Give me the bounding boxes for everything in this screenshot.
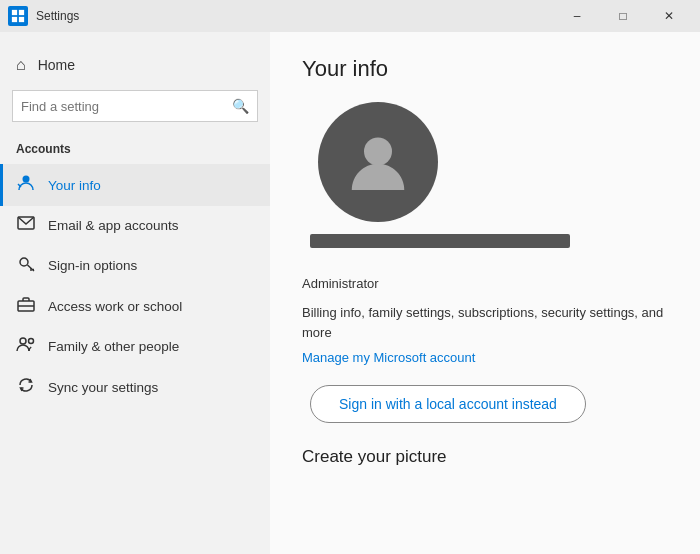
svg-rect-1 xyxy=(19,10,24,15)
manage-account-link[interactable]: Manage my Microsoft account xyxy=(302,350,475,365)
sidebar-item-email-label: Email & app accounts xyxy=(48,218,179,233)
key-icon xyxy=(16,254,36,276)
sidebar-item-your-info[interactable]: Your info xyxy=(0,164,270,206)
main-content: Your info Administrator Billing info, fa… xyxy=(270,32,700,554)
close-button[interactable]: ✕ xyxy=(646,0,692,32)
titlebar: Settings – □ ✕ xyxy=(0,0,700,32)
svg-rect-0 xyxy=(12,10,17,15)
sidebar-item-sign-in[interactable]: Sign-in options xyxy=(0,244,270,286)
window-controls: – □ ✕ xyxy=(554,0,692,32)
billing-info: Billing info, family settings, subscript… xyxy=(302,303,668,342)
home-icon: ⌂ xyxy=(16,56,26,74)
sidebar-item-work-school-label: Access work or school xyxy=(48,299,182,314)
account-bar xyxy=(310,234,570,248)
svg-line-5 xyxy=(18,184,21,187)
sidebar-item-sync[interactable]: Sync your settings xyxy=(0,366,270,408)
accounts-section-header: Accounts xyxy=(0,138,270,164)
sidebar-home-label: Home xyxy=(38,57,75,73)
local-account-button[interactable]: Sign in with a local account instead xyxy=(310,385,586,423)
briefcase-icon xyxy=(16,296,36,316)
search-box: 🔍 xyxy=(12,90,258,122)
maximize-button[interactable]: □ xyxy=(600,0,646,32)
sidebar-item-sync-label: Sync your settings xyxy=(48,380,158,395)
svg-point-13 xyxy=(20,338,26,344)
people-icon xyxy=(16,336,36,356)
sidebar-item-sign-in-label: Sign-in options xyxy=(48,258,137,273)
svg-rect-2 xyxy=(12,17,17,22)
app-icon xyxy=(8,6,28,26)
search-input[interactable] xyxy=(21,99,232,114)
sidebar-item-your-info-label: Your info xyxy=(48,178,101,193)
svg-rect-3 xyxy=(19,17,24,22)
svg-point-15 xyxy=(364,138,392,166)
sidebar-item-home[interactable]: ⌂ Home xyxy=(0,48,270,82)
search-button[interactable]: 🔍 xyxy=(232,98,249,114)
sidebar-item-email-app[interactable]: Email & app accounts xyxy=(0,206,270,244)
avatar xyxy=(318,102,438,222)
avatar-section xyxy=(302,102,668,260)
sidebar-item-family[interactable]: Family & other people xyxy=(0,326,270,366)
svg-point-7 xyxy=(20,258,28,266)
create-picture-title: Create your picture xyxy=(302,447,668,467)
sidebar-item-work-school[interactable]: Access work or school xyxy=(0,286,270,326)
app-container: ⌂ Home 🔍 Accounts Your info xyxy=(0,32,700,554)
email-icon xyxy=(16,216,36,234)
svg-point-4 xyxy=(23,176,30,183)
svg-point-14 xyxy=(29,339,34,344)
sidebar-item-family-label: Family & other people xyxy=(48,339,179,354)
sync-icon xyxy=(16,376,36,398)
your-info-icon xyxy=(16,174,36,196)
window-title: Settings xyxy=(36,9,554,23)
username-label: Administrator xyxy=(302,276,668,291)
page-title: Your info xyxy=(302,56,668,82)
sidebar: ⌂ Home 🔍 Accounts Your info xyxy=(0,32,270,554)
minimize-button[interactable]: – xyxy=(554,0,600,32)
